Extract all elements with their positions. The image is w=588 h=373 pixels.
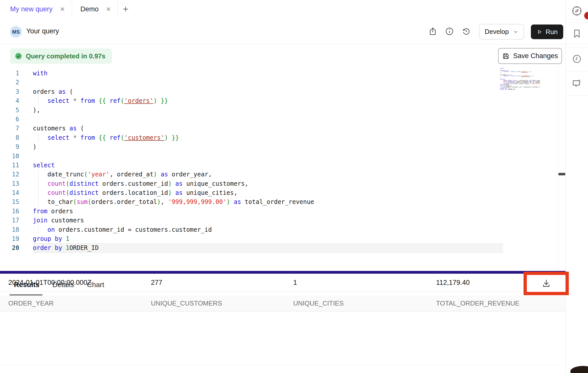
code-text: ) [33, 142, 503, 151]
code-text: from orders [33, 207, 503, 216]
sidebar-divider [566, 44, 588, 44]
compass-icon [571, 5, 583, 17]
code-text: select * from {{ ref('orders') }} [33, 96, 503, 105]
column-header: ORDER_YEAR [8, 299, 151, 307]
code-line: 4 select * from {{ ref('orders') }} [0, 96, 566, 105]
close-icon[interactable] [59, 6, 66, 12]
tab-demo[interactable]: Demo [72, 0, 118, 18]
run-label: Run [546, 28, 558, 36]
download-results-button[interactable] [541, 278, 552, 289]
code-line: 19group by 1 [0, 234, 566, 243]
code-line: 10 [0, 152, 566, 161]
info-button[interactable] [444, 18, 455, 44]
code-line: 17join customers [0, 216, 566, 225]
history-button[interactable] [572, 54, 582, 64]
tab-label: Demo [80, 5, 99, 13]
line-number: 11 [0, 161, 19, 170]
share-button[interactable] [427, 18, 438, 44]
develop-dropdown[interactable]: Develop [479, 24, 524, 39]
bookmarks-button[interactable] [572, 29, 582, 39]
close-icon[interactable] [105, 6, 112, 12]
sidebar-divider [566, 96, 588, 96]
code-text: group by 1 [33, 234, 503, 243]
chevron-down-icon [513, 29, 518, 35]
save-changes-label: Save Changes [513, 52, 558, 60]
line-number: 12 [0, 170, 19, 179]
code-line: 9) [0, 142, 566, 151]
explore-button[interactable] [571, 5, 583, 17]
results-tab-bar: Results Details Chart [14, 274, 104, 296]
code-line: 7customers as ( [0, 124, 566, 133]
editor-minimap[interactable]: withorders as ( select * from {{ ref('or… [500, 68, 540, 90]
line-number: 8 [0, 133, 19, 142]
version-history-button[interactable] [461, 18, 472, 44]
tab-my-new-query[interactable]: My new query [0, 0, 72, 18]
code-line: 6 [0, 115, 566, 124]
code-text: to_char(sum(orders.order_total), '999,99… [33, 197, 503, 206]
code-text: on orders.customer_id = customers.custom… [33, 225, 503, 234]
code-line: 13 count(distinct orders.customer_id) as… [0, 179, 566, 188]
code-line: 12 date_trunc('year', ordered_at) as ord… [0, 170, 566, 179]
code-line: 15 to_char(sum(orders.order_total), '999… [0, 197, 566, 206]
table-header-row: ORDER_YEARUNIQUE_CUSTOMERSUNIQUE_CITIEST… [0, 296, 566, 311]
ai-chat-icon [571, 78, 582, 89]
code-line: 3orders as ( [0, 87, 566, 96]
run-button[interactable]: Run [531, 25, 563, 39]
code-text: orders as ( [33, 87, 503, 96]
line-number: 18 [0, 225, 19, 234]
code-lines[interactable]: 1with23orders as (4 select * from {{ ref… [0, 69, 566, 253]
line-number: 7 [0, 124, 19, 133]
download-icon [541, 278, 552, 289]
line-number: 9 [0, 142, 19, 151]
code-text: ), [33, 106, 503, 115]
line-number: 1 [0, 69, 19, 78]
code-text: count(distinct orders.customer_id) as un… [33, 179, 503, 188]
code-line: 8 select * from {{ ref('customers') }} [0, 133, 566, 142]
code-text [33, 152, 503, 161]
line-number: 14 [0, 188, 19, 197]
right-sidebar [566, 0, 588, 373]
tab-chart[interactable]: Chart [87, 281, 104, 289]
ai-assistant-button[interactable] [571, 78, 582, 89]
code-text [33, 78, 503, 87]
code-line: 14 count(distinct orders.location_id) as… [0, 188, 566, 197]
line-number: 16 [0, 207, 19, 216]
sidebar-divider [566, 23, 588, 23]
code-line: 1with [0, 69, 566, 78]
recording-indicator [584, 12, 588, 19]
code-text: count(distinct orders.location_id) as un… [33, 188, 503, 197]
code-line: 2 [0, 78, 566, 87]
line-number: 3 [0, 87, 19, 96]
code-line: 16from orders [0, 207, 566, 216]
save-icon [502, 52, 510, 60]
sql-editor: Query completed in 0.97s Save Changes 1w… [0, 44, 566, 271]
sidebar-divider [566, 47, 588, 47]
code-text: select * from {{ ref('customers') }} [33, 133, 503, 142]
status-message: Query completed in 0.97s [26, 52, 105, 60]
code-text: order by 1ORDER_ID [33, 243, 503, 252]
code-line: 5), [0, 106, 566, 115]
line-number: 19 [0, 234, 19, 243]
line-number: 17 [0, 216, 19, 225]
status-badge: Query completed in 0.97s [10, 49, 112, 64]
editor-scroll-thumb[interactable] [558, 173, 565, 175]
new-tab-button[interactable] [118, 0, 134, 18]
code-line: 20order by 1ORDER_ID [0, 243, 566, 252]
line-number: 2 [0, 78, 19, 87]
save-changes-button[interactable]: Save Changes [498, 48, 562, 64]
code-line: 11select [0, 161, 566, 170]
tab-results[interactable]: Results [14, 281, 39, 289]
plus-icon [122, 5, 129, 13]
download-button-highlight [524, 272, 569, 295]
check-circle-icon [15, 52, 22, 60]
tab-details[interactable]: Details [52, 281, 74, 289]
version-history-icon [462, 27, 471, 36]
panel-divider[interactable] [0, 271, 566, 274]
page-title: Your query [26, 18, 59, 44]
results-bottom-divider [0, 365, 566, 365]
line-number: 10 [0, 152, 19, 161]
line-number: 5 [0, 106, 19, 115]
table-cell: 1 [293, 279, 436, 287]
code-text: with [33, 69, 503, 78]
column-header: UNIQUE_CUSTOMERS [151, 299, 293, 307]
